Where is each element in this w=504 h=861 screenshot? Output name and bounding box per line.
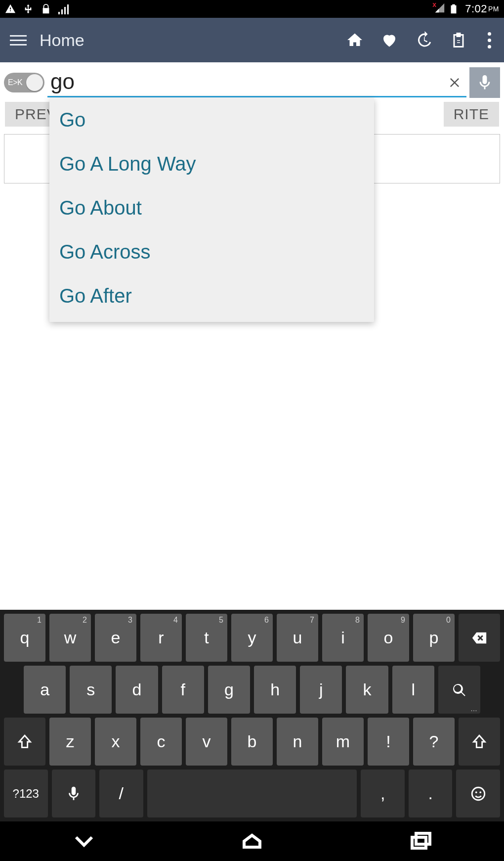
suggestion-item[interactable]: Go After	[49, 274, 374, 318]
suggestion-item[interactable]: Go Across	[49, 230, 374, 274]
appbar-actions	[346, 31, 494, 49]
key-l[interactable]: l	[392, 666, 434, 714]
home-icon[interactable]	[346, 31, 364, 49]
toggle-label: E>K	[8, 78, 22, 87]
key-o[interactable]: o9	[368, 614, 409, 662]
heart-icon[interactable]	[380, 31, 398, 49]
key-slash[interactable]: /	[99, 770, 143, 817]
nav-back-icon[interactable]	[72, 829, 96, 853]
language-toggle[interactable]: E>K	[4, 73, 44, 92]
app-bar: Home	[0, 18, 504, 62]
key-h[interactable]: h	[254, 666, 296, 714]
svg-point-2	[472, 787, 485, 800]
page-title: Home	[40, 31, 346, 50]
clock-ampm: PM	[488, 5, 499, 13]
nav-home-icon[interactable]	[240, 829, 264, 853]
search-input-wrap	[47, 68, 466, 97]
key-t[interactable]: t5	[186, 614, 227, 662]
nav-bar	[0, 821, 504, 861]
bars-icon	[58, 3, 69, 14]
key-v[interactable]: v	[186, 718, 227, 766]
key-shift-left[interactable]	[4, 718, 45, 766]
key-n[interactable]: n	[277, 718, 318, 766]
key-period[interactable]: .	[409, 770, 453, 817]
keyboard: q1 w2 e3 r4 t5 y6 u7 i8 o9 p0 a s d f g …	[0, 610, 504, 821]
kb-row-2: a s d f g h j k l …	[2, 666, 502, 714]
battery-icon	[448, 3, 459, 14]
key-m[interactable]: m	[322, 718, 364, 766]
key-symbols[interactable]: ?123	[4, 770, 48, 817]
suggestion-item[interactable]: Go About	[49, 186, 374, 230]
key-d[interactable]: d	[116, 666, 158, 714]
key-z[interactable]: z	[49, 718, 91, 766]
status-left	[5, 3, 69, 14]
key-j[interactable]: j	[300, 666, 342, 714]
warning-icon	[5, 3, 16, 14]
suggestion-item[interactable]: Go A Long Way	[49, 142, 374, 186]
lock-icon	[41, 3, 51, 14]
usb-icon	[23, 3, 34, 14]
search-input[interactable]	[47, 68, 466, 97]
key-y[interactable]: y6	[231, 614, 273, 662]
key-q[interactable]: q1	[4, 614, 45, 662]
key-comma[interactable]: ,	[361, 770, 405, 817]
key-r[interactable]: r4	[140, 614, 182, 662]
tab-favorite[interactable]: RITE	[444, 102, 499, 127]
key-space[interactable]	[147, 770, 357, 817]
key-emoji[interactable]	[456, 770, 500, 817]
clock: 7:02PM	[465, 2, 499, 15]
nav-recent-icon[interactable]	[408, 829, 432, 853]
kb-row-4: ?123 / , .	[2, 770, 502, 817]
key-i[interactable]: i8	[322, 614, 364, 662]
kb-row-3: z x c v b n m ! ?	[2, 718, 502, 766]
key-question[interactable]: ?	[413, 718, 455, 766]
suggestions-dropdown: Go Go A Long Way Go About Go Across Go A…	[49, 98, 374, 322]
key-exclaim[interactable]: !	[368, 718, 409, 766]
status-right: x 7:02PM	[434, 2, 499, 16]
menu-icon[interactable]	[10, 35, 27, 45]
clipboard-icon[interactable]	[450, 31, 467, 49]
clock-time: 7:02	[465, 2, 487, 15]
clear-icon[interactable]	[448, 76, 462, 90]
toggle-knob	[26, 74, 43, 91]
no-signal-x-icon: x	[432, 0, 436, 8]
signal-icon: x	[434, 2, 445, 16]
key-p[interactable]: p0	[413, 614, 455, 662]
search-area: E>K	[0, 62, 504, 102]
mic-button[interactable]	[469, 67, 500, 98]
svg-point-3	[475, 791, 477, 793]
key-c[interactable]: c	[140, 718, 182, 766]
key-w[interactable]: w2	[49, 614, 91, 662]
suggestion-item[interactable]: Go	[49, 98, 374, 142]
overflow-menu-icon[interactable]	[484, 32, 494, 48]
key-a[interactable]: a	[24, 666, 66, 714]
key-k[interactable]: k	[346, 666, 388, 714]
status-bar: x 7:02PM	[0, 0, 504, 18]
history-icon[interactable]	[415, 31, 433, 49]
key-backspace[interactable]	[459, 614, 500, 662]
key-search[interactable]: …	[438, 666, 480, 714]
key-x[interactable]: x	[95, 718, 136, 766]
kb-row-1: q1 w2 e3 r4 t5 y6 u7 i8 o9 p0	[2, 614, 502, 662]
key-b[interactable]: b	[231, 718, 273, 766]
key-s[interactable]: s	[70, 666, 112, 714]
key-shift-right[interactable]	[459, 718, 500, 766]
key-e[interactable]: e3	[95, 614, 136, 662]
key-voice[interactable]	[52, 770, 96, 817]
key-f[interactable]: f	[162, 666, 204, 714]
svg-point-4	[479, 791, 481, 793]
key-u[interactable]: u7	[277, 614, 318, 662]
ellipsis-icon: …	[470, 705, 477, 713]
key-g[interactable]: g	[208, 666, 250, 714]
